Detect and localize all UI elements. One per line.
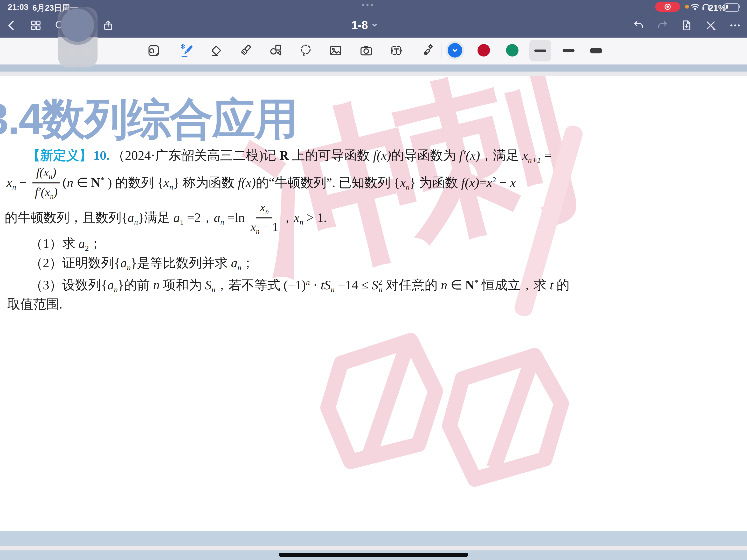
watermark-logo [301, 301, 625, 509]
problem-item-2: （2）证明数列{an}是等比数列并求 an； [30, 255, 254, 272]
highlighter-icon [238, 44, 252, 58]
lasso-icon [299, 44, 313, 58]
clock-label: 21:03 [8, 3, 28, 12]
back-button[interactable] [5, 19, 18, 32]
pen-crossed-icon [705, 20, 717, 31]
stroke-width-thin[interactable] [534, 50, 546, 52]
pointer-indicator [58, 7, 98, 68]
redo-icon [656, 20, 668, 31]
document-page: 冲刺 3.4数列综合应用 【新定义】10.（2024·广东韶关高三二模)记 R … [0, 76, 747, 531]
redo-button[interactable] [656, 19, 669, 32]
add-page-icon [680, 20, 693, 31]
stroke-width-thick[interactable] [590, 48, 602, 53]
eraser-tool[interactable] [208, 43, 224, 58]
home-indicator[interactable] [279, 553, 468, 557]
color-swatch-green[interactable] [506, 44, 518, 56]
bottom-page-edge [0, 546, 747, 551]
grid-icon [30, 20, 42, 31]
multitask-dots: ••• [362, 1, 375, 9]
text-tool[interactable] [389, 43, 404, 58]
shapes-icon [268, 44, 282, 58]
pointer-circle [61, 8, 94, 42]
page-edge-band [0, 72, 747, 76]
toolbar-divider [167, 43, 167, 58]
camera-tool[interactable] [358, 43, 374, 58]
undo-icon [633, 20, 645, 31]
problem-item-1: （1）求 a2； [30, 235, 102, 253]
lasso-tool[interactable] [298, 43, 314, 58]
battery-percent-label: 21% [709, 3, 726, 13]
problem-line-1: 【新定义】10.（2024·广东韶关高三二模)记 R 上的可导函数 f(x)的导… [27, 147, 551, 165]
thumbnails-button[interactable] [29, 19, 43, 32]
laser-pointer-icon [420, 44, 434, 58]
color-swatch-blue[interactable] [448, 43, 462, 58]
chevron-down-icon [451, 46, 459, 54]
share-button[interactable] [101, 19, 115, 32]
problem-line-4: 取值范围. [7, 296, 62, 313]
screen-recording-indicator[interactable] [655, 2, 680, 12]
reader-icon [147, 44, 160, 58]
pen-tool[interactable] [179, 43, 195, 58]
text-icon [389, 44, 403, 58]
problem-line-3: 的牛顿数列，且数列{an}满足 a1 =2，an =ln xnxn − 1，xn… [5, 201, 327, 237]
highlighter-tool[interactable] [238, 43, 253, 58]
shapes-tool[interactable] [268, 43, 283, 58]
mic-in-use-dot [685, 5, 689, 8]
share-icon [102, 20, 114, 31]
camera-icon [359, 44, 373, 58]
readonly-mode-button[interactable] [704, 19, 717, 32]
reading-mode-button[interactable] [146, 43, 161, 58]
battery-icon [724, 3, 739, 12]
wifi-icon [690, 2, 700, 12]
stroke-width-medium[interactable] [563, 49, 574, 52]
ellipsis-icon [729, 20, 741, 31]
pen-icon [180, 44, 194, 58]
image-tool[interactable] [328, 43, 343, 58]
laser-pointer-tool[interactable] [419, 43, 435, 58]
bottom-band [0, 531, 747, 546]
problem-item-3: （3）设数列{an}的前 n 项和为 Sn，若不等式 (−1)n · tSn −… [30, 277, 570, 294]
top-chrome: 21:03 6月23日周一 ••• 21% [0, 0, 747, 37]
toolbar-divider [441, 43, 441, 58]
image-icon [329, 44, 343, 58]
battery-tip [739, 5, 740, 8]
problem-line-2: xn − f(xn)f′(xn)(n ∈ N* ) 的数列 {xn} 称为函数 … [6, 166, 516, 202]
undo-button[interactable] [632, 19, 645, 32]
color-swatch-red[interactable] [478, 44, 490, 56]
chevron-left-icon [5, 20, 17, 31]
add-page-button[interactable] [680, 19, 693, 32]
more-button[interactable] [728, 19, 742, 32]
record-icon [664, 3, 671, 10]
pen-toolbar [0, 37, 747, 64]
chevron-down-icon [371, 22, 378, 28]
page-indicator-label: 1-8 [352, 19, 368, 32]
page-indicator[interactable]: 1-8 [352, 18, 378, 33]
eraser-icon [209, 44, 223, 58]
page-gap-band [0, 64, 747, 72]
page-title: 3.4数列综合应用 [0, 90, 297, 149]
